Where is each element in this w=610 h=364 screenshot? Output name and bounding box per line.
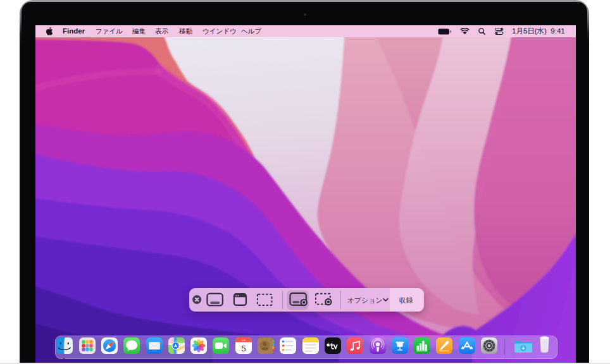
svg-text:1月: 1月 xyxy=(241,339,246,342)
svg-text:5: 5 xyxy=(241,343,246,353)
